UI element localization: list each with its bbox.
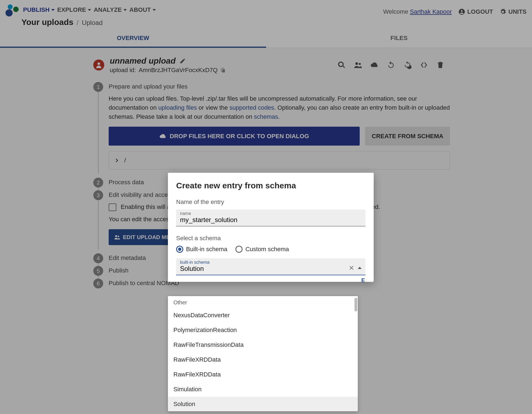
dialog-title: Create new entry from schema <box>176 181 365 190</box>
dropdown-item[interactable]: PolymerizationReaction <box>168 323 358 338</box>
name-section-label: Name of the entry <box>176 199 365 206</box>
schema-combobox[interactable]: built-in schema <box>176 258 365 275</box>
radio-builtin[interactable]: Built-in schema <box>176 246 227 253</box>
combo-label: built-in schema <box>180 260 348 265</box>
create-entry-dialog: Create new entry from schema Name of the… <box>168 173 374 282</box>
dropdown-item[interactable]: RawFileXRDData <box>168 367 358 382</box>
dropdown-item[interactable]: RawFileXRDData <box>168 352 358 367</box>
schema-type-radios: Built-in schema Custom schema <box>176 246 365 253</box>
dropdown-toggle-icon[interactable] <box>358 267 362 269</box>
radio-icon <box>235 246 243 253</box>
dropdown-item[interactable]: RawFileTransmissionData <box>168 338 358 352</box>
radio-custom[interactable]: Custom schema <box>235 246 289 253</box>
dropdown-item[interactable]: Simulation <box>168 382 358 397</box>
schema-dropdown: Other NexusDataConverter PolymerizationR… <box>168 296 358 411</box>
dropdown-group-label: Other <box>168 296 358 308</box>
dialog-action-fragment[interactable]: E <box>361 277 365 283</box>
radio-icon <box>176 246 183 253</box>
clear-icon[interactable] <box>348 265 354 271</box>
dropdown-item[interactable]: Solution <box>168 397 358 411</box>
schema-section-label: Select a schema <box>176 235 365 242</box>
name-field-label: name <box>180 211 362 216</box>
schema-search-input[interactable] <box>180 265 348 273</box>
name-field-wrap[interactable]: name <box>176 209 365 226</box>
scrollbar-thumb[interactable] <box>354 298 357 311</box>
entry-name-input[interactable] <box>180 216 362 224</box>
dropdown-item[interactable]: NexusDataConverter <box>168 308 358 323</box>
